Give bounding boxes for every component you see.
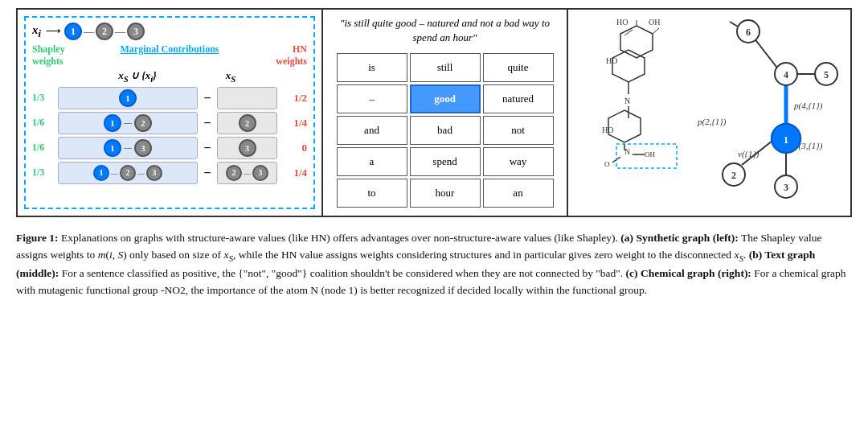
hn-col-header: HNweights — [263, 43, 307, 68]
svg-text:p(4,{1}): p(4,{1}) — [793, 101, 823, 111]
node-2: 2 — [120, 165, 136, 181]
word-and: and — [337, 116, 407, 145]
node-chain-header: 1 — 2 — 3 — [64, 23, 145, 40]
svg-text:v({1}): v({1}) — [738, 149, 760, 159]
weight-cell: 1/6 — [32, 142, 56, 154]
column-headers: Shapleyweights Marginal Contributions HN… — [32, 43, 307, 68]
figure-container: xi ⟶ 1 — 2 — 3 Shapleyweights Marginal C… — [16, 8, 852, 299]
svg-text:HO: HO — [616, 18, 628, 27]
svg-text:4: 4 — [784, 69, 788, 80]
table-row: 1/3 1 — 2 — 3 − 2 — 3 — [32, 162, 307, 184]
panel-left: xi ⟶ 1 — 2 — 3 Shapleyweights Marginal C… — [18, 10, 323, 216]
word-spend: spend — [410, 147, 481, 176]
word-way: way — [483, 147, 554, 176]
weight-cell: 1/3 — [32, 92, 56, 104]
svg-text:p(2,{1}): p(2,{1}) — [697, 117, 727, 127]
svg-text:HO: HO — [602, 126, 613, 134]
xs-cell: 2 — [217, 112, 277, 134]
word-quite: quite — [483, 53, 554, 82]
hn-cell: 1/4 — [279, 117, 307, 130]
svg-marker-6 — [612, 50, 645, 82]
caption-figure-label: Figure 1: — [16, 232, 59, 244]
node-2: 2 — [134, 114, 152, 132]
quote-text: "is still quite good – natured and not a… — [330, 16, 560, 45]
svg-text:5: 5 — [824, 69, 829, 80]
node-2-header: 2 — [96, 23, 113, 40]
node-1: 1 — [93, 165, 109, 181]
hn-cell: 0 — [279, 142, 307, 154]
node-2-xs: 2 — [226, 165, 242, 181]
panels-row: xi ⟶ 1 — 2 — 3 Shapleyweights Marginal C… — [16, 8, 852, 217]
figure-caption: Figure 1: Explanations on graphs with st… — [16, 230, 852, 299]
svg-text:OH: OH — [649, 18, 660, 27]
word-bad: bad — [410, 116, 481, 145]
caption-part-c-label: (c) Chemical graph (right): — [626, 267, 751, 279]
word-is: is — [337, 53, 407, 82]
left-header: xi ⟶ 1 — 2 — 3 — [32, 23, 307, 40]
xs-cell: 2 — 3 — [217, 162, 277, 184]
table-row: 1/6 1 — 2 − 2 1/4 — [32, 112, 307, 134]
table-row: 1/6 1 — 3 − 3 0 — [32, 137, 307, 159]
word-still: still — [410, 53, 481, 82]
minus-sign: − — [199, 116, 215, 130]
node-2-xs: 2 — [239, 114, 256, 132]
caption-main: Explanations on graphs with structure-aw… — [61, 232, 620, 244]
union-cell: 1 — 3 — [58, 137, 198, 159]
minus-sign: − — [199, 91, 215, 105]
word-dash: – — [337, 84, 407, 113]
svg-text:1: 1 — [784, 134, 789, 146]
xs-cell — [217, 87, 277, 109]
sub-headers: xS ∪ {xi} xS — [32, 69, 307, 84]
table-row: 1/3 1 − 1/2 — [32, 87, 307, 109]
word-good: good — [410, 84, 481, 113]
connector-icon: — — [84, 25, 94, 38]
hn-cell: 1/2 — [279, 92, 307, 105]
marginal-col-header: Marginal Contributions — [76, 43, 263, 68]
sub-xs-union: xS ∪ {xi} — [76, 69, 199, 84]
caption-part-a-label: (a) Synthetic graph (left): — [620, 232, 739, 244]
shapley-col-header: Shapleyweights — [32, 43, 76, 68]
xs-cell: 3 — [217, 137, 277, 159]
minus-sign: − — [199, 141, 215, 155]
union-cell: 1 — [58, 87, 198, 109]
node-1: 1 — [104, 139, 121, 157]
svg-text:3: 3 — [784, 182, 788, 193]
word-natured: natured — [483, 84, 554, 113]
word-grid: is still quite – good natured and bad no… — [337, 53, 554, 208]
weight-cell: 1/3 — [32, 167, 56, 179]
svg-text:OH: OH — [645, 150, 655, 158]
svg-text:O: O — [604, 160, 610, 168]
svg-text:N: N — [624, 147, 630, 156]
caption-part-b: For a sentence classified as positive, t… — [62, 267, 626, 279]
sub-xs: xS — [199, 69, 263, 84]
word-to: to — [337, 179, 407, 208]
xi-label: xi — [32, 23, 41, 40]
shapley-graph: p(2,{1}) p(4,{1}) p(3,{1}) v({1}) 6 5 4 … — [661, 14, 846, 215]
panel-middle: "is still quite good – natured and not a… — [323, 10, 568, 216]
union-cell: 1 — 2 — 3 — [58, 162, 198, 184]
arrow-icon: ⟶ — [46, 25, 61, 38]
node-3-header: 3 — [127, 23, 145, 40]
node-1: 1 — [119, 89, 137, 107]
weight-cell: 1/6 — [32, 117, 56, 129]
svg-text:6: 6 — [746, 27, 751, 38]
svg-text:N: N — [624, 97, 630, 105]
minus-sign: − — [199, 166, 215, 180]
svg-text:HO: HO — [606, 56, 617, 65]
word-not: not — [483, 116, 554, 145]
word-hour: hour — [410, 179, 481, 208]
sub-hn-weights — [263, 69, 307, 84]
hn-cell: 1/4 — [279, 167, 307, 179]
node-3-xs: 3 — [252, 165, 268, 181]
node-3-xs: 3 — [239, 139, 256, 157]
svg-text:2: 2 — [731, 170, 736, 181]
connector-icon: — — [115, 25, 125, 38]
synthetic-graph-panel: xi ⟶ 1 — 2 — 3 Shapleyweights Marginal C… — [24, 16, 315, 209]
panel-right: HO OH HO N HO N — [568, 10, 850, 216]
node-1-header: 1 — [64, 23, 82, 40]
node-3: 3 — [134, 139, 152, 157]
table-rows: 1/3 1 − 1/2 1/6 1 — 2 — [32, 87, 307, 184]
svg-line-5 — [653, 28, 659, 34]
union-cell: 1 — 2 — [58, 112, 198, 134]
word-an: an — [483, 179, 554, 208]
